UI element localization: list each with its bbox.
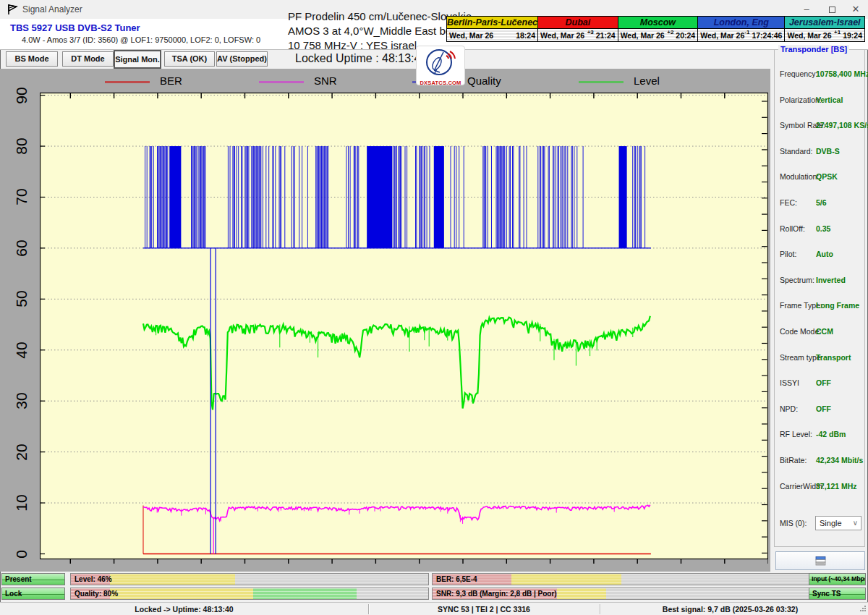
clock-utc-offset: -1 bbox=[744, 29, 749, 35]
mis-dropdown[interactable]: Single∨ bbox=[815, 516, 861, 530]
legend-label: SNR bbox=[314, 75, 337, 87]
clock-time: 19:24 bbox=[843, 31, 862, 40]
tab-bs-mode[interactable]: BS Mode bbox=[6, 51, 58, 67]
clock-date: Wed, Mar 26 bbox=[700, 31, 744, 40]
status-best-signal: Best signal: 9,7 dB (2025-03-26 03:32) bbox=[600, 603, 861, 615]
transponder-row-value: DVB-S bbox=[816, 147, 840, 156]
clock-time: 17:24:46 bbox=[752, 31, 782, 40]
status-uptime: Locked -> Uptime: 48:13:40 bbox=[0, 603, 368, 615]
transponder-row-label: Spectrum: bbox=[780, 276, 814, 284]
signal-chart bbox=[40, 91, 768, 566]
y-axis-tick-label: 30 bbox=[13, 385, 29, 417]
status-separator bbox=[368, 604, 369, 614]
transponder-row-value: 42,234 Mbit/s bbox=[816, 456, 863, 465]
status-sync: SYNC 53 | TEI 2 | CC 3316 bbox=[368, 603, 600, 615]
clock-london-eng: London, EngWed, Mar 26-117:24:46 bbox=[698, 17, 785, 41]
logo-text: DXSATCS.COM bbox=[417, 80, 464, 86]
legend-swatch bbox=[105, 81, 150, 83]
status-separator bbox=[600, 604, 600, 614]
tab-av-stopped-[interactable]: AV (Stopped) bbox=[216, 51, 268, 67]
clock-utc-offset: +3 bbox=[587, 29, 594, 35]
clock-time: 18:24 bbox=[516, 31, 535, 40]
transponder-row-value: Vertical bbox=[816, 96, 843, 104]
clock-city: Moscow bbox=[618, 17, 698, 29]
clock-time-row: Wed, Mar 2618:24 bbox=[447, 29, 537, 41]
present-badge: Present bbox=[1, 573, 65, 585]
site-info-line1: PF Prodelin 450 cm/Lučenec-Slovakia bbox=[288, 9, 472, 24]
status-bar: Locked -> Uptime: 48:13:40 SYNC 53 | TEI… bbox=[0, 602, 868, 615]
chevron-down-icon: ∨ bbox=[853, 517, 858, 530]
clock-city: Berlin-Paris-Lučenec bbox=[447, 17, 537, 29]
tuner-title: TBS 5927 USB DVB-S2 Tuner bbox=[10, 22, 140, 33]
app-icon bbox=[7, 4, 18, 15]
snr-bar: SNR: 9,3 dB (Margin: 2,8 dB | Poor) bbox=[432, 588, 810, 600]
window-title: Signal Analyzer bbox=[22, 0, 82, 19]
transponder-row-value: QPSK bbox=[816, 172, 838, 181]
transponder-row-label: Modulation: bbox=[780, 172, 819, 181]
tab-tsa-ok-[interactable]: TSA (OK) bbox=[164, 51, 215, 67]
transponder-row-label: Frequency: bbox=[780, 69, 818, 78]
clock-dubai: DubaiWed, Mar 26+321:24 bbox=[538, 17, 618, 41]
quality-bar: Quality: 80% bbox=[70, 588, 429, 600]
transponder-row-value: Long Frame bbox=[816, 301, 859, 310]
y-axis-tick-label: 50 bbox=[13, 283, 29, 315]
locked-uptime-text: Locked Uptime : 48:13:40 bbox=[295, 52, 427, 65]
transponder-title: Transponder [BS] bbox=[778, 45, 849, 54]
legend-label: Level bbox=[634, 75, 660, 87]
clock-time-row: Wed, Mar 26+321:24 bbox=[538, 29, 618, 41]
ber-bar: BER: 6,5E-4 bbox=[432, 573, 810, 585]
capture-button[interactable] bbox=[775, 551, 865, 570]
y-axis-tick-label: 80 bbox=[13, 130, 29, 162]
clock-time-row: Wed, Mar 26+220:24 bbox=[618, 29, 698, 41]
transponder-row-label: BitRate: bbox=[780, 456, 807, 465]
clock-date: Wed, Mar 26 bbox=[787, 31, 834, 40]
clock-utc-offset: +2 bbox=[667, 29, 673, 35]
transponder-row-value: Transport bbox=[816, 353, 851, 362]
transponder-row-value: CCM bbox=[816, 327, 833, 336]
transponder-row-label: RollOff: bbox=[780, 224, 805, 233]
tab-signal-mon-[interactable]: Signal Mon. bbox=[114, 50, 161, 69]
clock-moscow: MoscowWed, Mar 26+220:24 bbox=[618, 17, 699, 41]
y-axis-tick-label: 90 bbox=[13, 80, 29, 111]
transponder-row-label: FEC: bbox=[780, 198, 797, 207]
clock-date: Wed, Mar 26 bbox=[540, 31, 587, 40]
transponder-row-value: 37,121 MHz bbox=[816, 482, 857, 491]
transponder-row-label: RF Level: bbox=[780, 430, 812, 438]
transponder-row-value: Inverted bbox=[816, 276, 846, 284]
transponder-row-label: NPD: bbox=[780, 404, 798, 413]
tab-dt-mode[interactable]: DT Mode bbox=[62, 51, 114, 67]
mis-label: MIS (0): bbox=[780, 519, 807, 527]
transponder-row-value: OFF bbox=[816, 378, 831, 387]
clock-city: London, Eng bbox=[698, 17, 784, 29]
transponder-row-value: -42 dBm bbox=[816, 430, 846, 438]
transponder-row-label: Standard: bbox=[780, 147, 813, 156]
input-badge: Input (~40,34 Mbps) bbox=[809, 573, 866, 585]
clock-date: Wed, Mar 26 bbox=[449, 31, 514, 40]
clock-time-row: Wed, Mar 26+119:24 bbox=[785, 29, 864, 41]
transponder-row-value: 0.35 bbox=[816, 224, 830, 233]
world-clocks: Berlin-Paris-LučenecWed, Mar 2618:24Duba… bbox=[446, 16, 865, 42]
legend-label: BER bbox=[160, 75, 182, 87]
y-axis-tick-label: 70 bbox=[13, 181, 29, 213]
clock-city: Dubai bbox=[538, 17, 618, 29]
dxsatcs-logo: DXSATCS.COM bbox=[416, 46, 465, 85]
legend-label: Quality bbox=[467, 75, 501, 87]
transponder-row-value: OFF bbox=[816, 404, 831, 413]
transponder-groupbox: Frequency:10758,400 MHzPolarization:Vert… bbox=[774, 49, 865, 547]
transponder-row-value: 10758,400 MHz bbox=[816, 69, 868, 78]
transponder-row-value: 27497,108 KS/s bbox=[816, 121, 868, 130]
y-axis-tick-label: 10 bbox=[13, 487, 29, 519]
clock-city: Jerusalem-Israel bbox=[785, 17, 864, 29]
transponder-row-label: ISSYI bbox=[780, 378, 799, 387]
clock-utc-offset: +1 bbox=[834, 29, 841, 35]
clock-time-row: Wed, Mar 26-117:24:46 bbox=[698, 29, 784, 41]
level-bar: Level: 46% bbox=[70, 573, 429, 585]
clock-jerusalem-israel: Jerusalem-IsraelWed, Mar 26+119:24 bbox=[785, 17, 864, 41]
y-axis-tick-label: 40 bbox=[13, 334, 29, 366]
clock-time: 20:24 bbox=[676, 31, 695, 40]
resize-grip[interactable] bbox=[859, 605, 867, 612]
transponder-row-value: 5/6 bbox=[816, 198, 827, 207]
y-axis-tick-label: 20 bbox=[13, 436, 29, 468]
signal-analyzer-window: Signal Analyzer – ✕ TBS 5927 USB DVB-S2 … bbox=[0, 0, 868, 615]
clock-date: Wed, Mar 26 bbox=[621, 31, 668, 40]
